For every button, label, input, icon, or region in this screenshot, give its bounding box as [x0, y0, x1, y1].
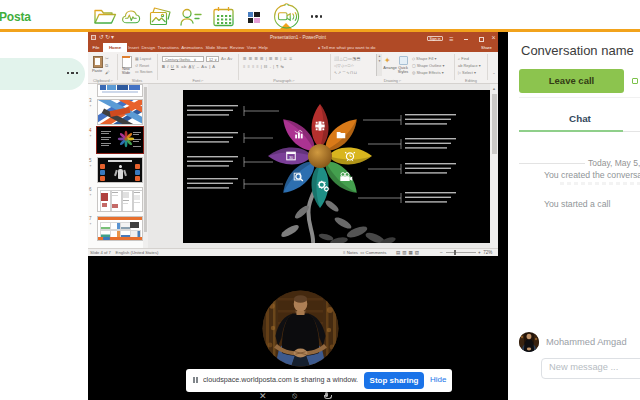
svg-text:30: 30	[289, 156, 293, 160]
